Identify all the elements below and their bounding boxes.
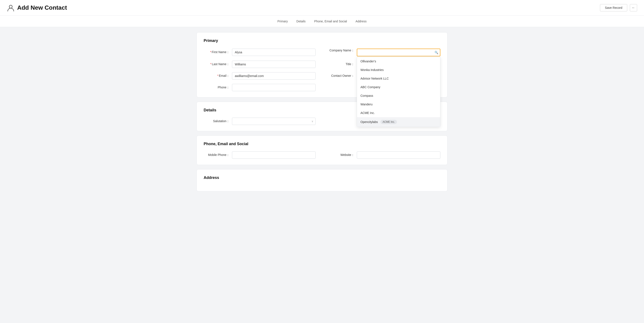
company-search-wrapper: 🔍 Ollivander's Wonka Industries Advisor …: [357, 49, 440, 56]
dropdown-item-wonka[interactable]: Wonka Industries: [357, 66, 440, 74]
website-label: Website：: [328, 153, 354, 157]
website-input[interactable]: [357, 151, 440, 159]
phone-email-social-title: Phone, Email and Social: [204, 142, 440, 146]
back-arrow-icon: ←: [632, 6, 635, 10]
phone-label: Phone：: [204, 86, 230, 90]
page-title: Add New Contact: [17, 4, 67, 11]
mobile-phone-row: Mobile Phone：: [204, 151, 316, 159]
opencitylabs-tooltip-badge: ACME Inc.: [380, 120, 397, 124]
primary-section-title: Primary: [204, 39, 440, 43]
email-row: *Email：: [204, 72, 316, 80]
dropdown-item-compass[interactable]: Compass: [357, 91, 440, 100]
required-star: *: [210, 50, 211, 54]
primary-form-grid: *First Name： Company Name： 🔍 Ollivander'…: [204, 48, 440, 91]
dropdown-item-ollivanders[interactable]: Ollivander's: [357, 57, 440, 66]
tab-address[interactable]: Address: [356, 19, 366, 24]
phone-row: Phone：: [204, 84, 316, 91]
first-name-input[interactable]: [232, 49, 316, 56]
company-name-row: Company Name： 🔍 Ollivander's Wonka Indus…: [328, 48, 440, 56]
first-name-row: *First Name：: [204, 48, 316, 56]
required-star-3: *: [218, 74, 218, 77]
first-name-label: *First Name：: [204, 50, 230, 54]
header-left: Add New Contact: [7, 4, 67, 12]
dropdown-item-abc[interactable]: ABC Company: [357, 83, 440, 91]
tab-phone-email-social[interactable]: Phone, Email and Social: [314, 19, 347, 24]
last-name-row: *Last Name：: [204, 61, 316, 68]
dropdown-item-acme[interactable]: ACME Inc.: [357, 109, 440, 117]
main-content: Primary *First Name： Company Name： 🔍: [193, 27, 451, 201]
company-name-input[interactable]: [357, 49, 440, 56]
salutation-select[interactable]: Mr. Ms. Mrs. Dr.: [232, 118, 316, 125]
email-label: *Email：: [204, 74, 230, 78]
person-icon: [7, 4, 14, 12]
company-dropdown: Ollivander's Wonka Industries Advisor Ne…: [357, 57, 440, 127]
dropdown-item-advisor[interactable]: Advisor Network LLC: [357, 74, 440, 83]
dropdown-item-opencitylabs[interactable]: Opencitylabs ACME Inc.: [357, 117, 440, 127]
contact-owner-label: Contact Owner：: [328, 74, 354, 78]
mobile-phone-label: Mobile Phone：: [204, 153, 230, 157]
dropdown-item-wanderu[interactable]: Wanderu: [357, 100, 440, 109]
website-row: Website：: [328, 151, 440, 159]
company-search-icon: 🔍: [434, 51, 438, 54]
salutation-select-wrapper: Mr. Ms. Mrs. Dr. ∨: [232, 118, 316, 125]
primary-section: Primary *First Name： Company Name： 🔍: [196, 32, 448, 97]
tab-primary[interactable]: Primary: [278, 19, 288, 24]
email-input[interactable]: [232, 72, 316, 80]
phone-email-form-grid: Mobile Phone： Website：: [204, 151, 440, 159]
salutation-label: Salutation：: [204, 119, 230, 123]
address-section: Address: [196, 169, 448, 191]
title-label: Title：: [328, 62, 354, 66]
back-button[interactable]: ←: [630, 4, 637, 12]
mobile-phone-input[interactable]: [232, 151, 316, 159]
company-name-label: Company Name：: [328, 49, 354, 53]
salutation-row: Salutation： Mr. Ms. Mrs. Dr. ∨: [204, 118, 316, 125]
tab-details[interactable]: Details: [296, 19, 306, 24]
tab-navigation: Primary Details Phone, Email and Social …: [0, 16, 644, 27]
svg-point-0: [9, 5, 12, 8]
header-right: Save Record ←: [600, 4, 637, 12]
last-name-input[interactable]: [232, 61, 316, 68]
phone-input[interactable]: [232, 84, 316, 91]
required-star-2: *: [210, 62, 211, 66]
page-header: Add New Contact Save Record ←: [0, 0, 644, 16]
last-name-label: *Last Name：: [204, 62, 230, 66]
address-section-title: Address: [204, 175, 440, 180]
phone-email-social-section: Phone, Email and Social Mobile Phone： We…: [196, 135, 448, 165]
save-record-button[interactable]: Save Record: [600, 4, 627, 12]
